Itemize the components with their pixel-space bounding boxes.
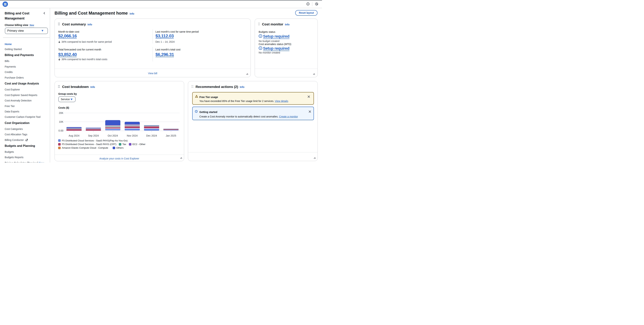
svg-text:0.00: 0.00 <box>58 129 63 132</box>
svg-text:Oct 2024: Oct 2024 <box>108 134 118 137</box>
svg-text:20K: 20K <box>59 112 64 114</box>
svg-text:Dec 2024: Dec 2024 <box>146 134 157 137</box>
svg-text:Jan 2025: Jan 2025 <box>166 134 176 137</box>
svg-text:Nov 2024: Nov 2024 <box>127 134 138 137</box>
svg-text:Aug 2024: Aug 2024 <box>68 134 80 137</box>
svg-text:10K: 10K <box>59 120 64 123</box>
svg-text:Sep 2024: Sep 2024 <box>88 134 99 137</box>
